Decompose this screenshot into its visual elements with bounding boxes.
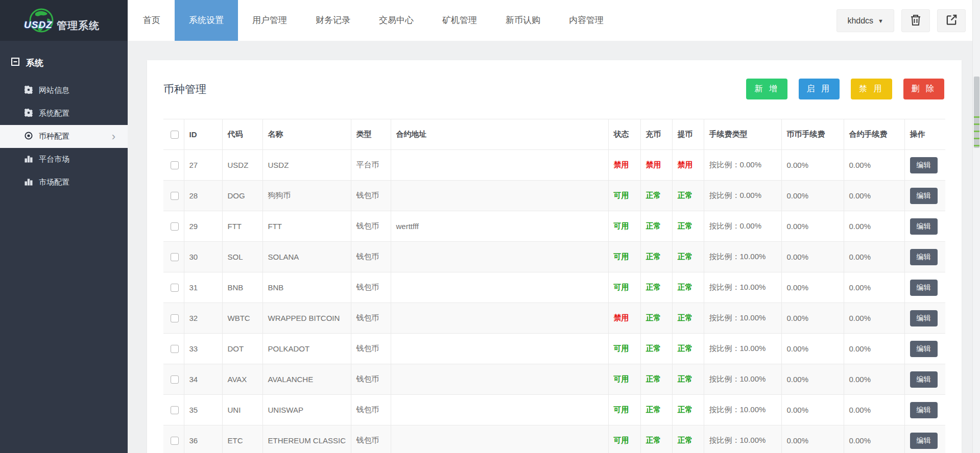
edit-button[interactable]: 编辑 — [910, 280, 938, 296]
sidebar-item[interactable]: 币种配置 › — [0, 125, 128, 148]
cell-name: USDZ — [262, 150, 351, 181]
sidebar-item[interactable]: 系统配置 — [0, 102, 128, 125]
edit-button[interactable]: 编辑 — [910, 341, 938, 357]
cell-type: 钱包币 — [351, 242, 391, 272]
cell-coin-fee: 0.00% — [781, 242, 844, 272]
cell-contract — [391, 150, 608, 181]
sidebar-item-label: 系统配置 — [39, 109, 69, 118]
nav-tab[interactable]: 系统设置 — [175, 0, 238, 41]
user-menu-button[interactable]: khddcs ▼ — [836, 9, 894, 32]
action-button[interactable]: 启 用 — [799, 79, 840, 99]
col-id: ID — [184, 119, 222, 150]
cell-coin-fee: 0.00% — [781, 150, 844, 181]
cell-deposit: 正常 — [640, 425, 672, 453]
table-row: 28 DOG 狗狗币 钱包币 可用 正常 正常 按比例：0.00% 0.00% … — [163, 181, 945, 211]
cell-withdraw: 禁用 — [672, 150, 704, 181]
cell-code: AVAX — [222, 364, 262, 395]
nav-tab[interactable]: 首页 — [129, 0, 175, 41]
edit-button[interactable]: 编辑 — [910, 402, 938, 418]
cell-fee-type: 按比例：10.00% — [704, 303, 781, 334]
cell-withdraw: 正常 — [672, 334, 704, 364]
cell-id: 35 — [184, 395, 222, 425]
cell-id: 34 — [184, 364, 222, 395]
cell-type: 钱包币 — [351, 425, 391, 453]
nav-tab[interactable]: 交易中心 — [365, 0, 428, 41]
cell-type: 钱包币 — [351, 364, 391, 395]
clear-cache-button[interactable] — [901, 9, 930, 32]
cell-type: 钱包币 — [351, 181, 391, 211]
row-checkbox[interactable] — [171, 192, 179, 200]
cell-code: BNB — [222, 272, 262, 303]
cell-name: BNB — [262, 272, 351, 303]
edit-button[interactable]: 编辑 — [910, 188, 938, 204]
cell-deposit: 正常 — [640, 272, 672, 303]
cell-coin-fee: 0.00% — [781, 211, 844, 242]
nav-tab[interactable]: 新币认购 — [491, 0, 555, 41]
main-content: 币种管理 新 增 启 用 禁 用 删 除 ID 代码 名称 — [128, 41, 980, 453]
logout-icon — [946, 14, 958, 28]
select-all-checkbox[interactable] — [171, 131, 179, 139]
action-button[interactable]: 新 增 — [746, 79, 787, 99]
edit-button[interactable]: 编辑 — [910, 218, 938, 235]
edit-button[interactable]: 编辑 — [910, 249, 938, 265]
action-button[interactable]: 禁 用 — [851, 79, 892, 99]
cell-type: 平台币 — [351, 150, 391, 181]
table-row: 36 ETC ETHEREUM CLASSIC 钱包币 可用 正常 正常 按比例… — [163, 425, 945, 453]
nav-tab[interactable]: 内容管理 — [555, 0, 618, 41]
cell-contract-fee: 0.00% — [844, 272, 904, 303]
table-body: 27 USDZ USDZ 平台币 禁用 禁用 禁用 按比例：0.00% 0.00… — [163, 150, 945, 453]
cell-contract-fee: 0.00% — [844, 334, 904, 364]
row-checkbox[interactable] — [171, 284, 179, 292]
sidebar-item[interactable]: 平台市场 — [0, 148, 128, 171]
row-checkbox[interactable] — [171, 406, 179, 414]
cell-id: 31 — [184, 272, 222, 303]
row-checkbox[interactable] — [171, 345, 179, 353]
window-scrollbar[interactable] — [972, 0, 980, 453]
nav-tab[interactable]: 矿机管理 — [428, 0, 491, 41]
cell-type: 钱包币 — [351, 334, 391, 364]
sidebar-item[interactable]: 市场配置 — [0, 171, 128, 194]
cell-code: SOL — [222, 242, 262, 272]
cell-withdraw: 正常 — [672, 181, 704, 211]
cell-withdraw: 正常 — [672, 211, 704, 242]
edit-button[interactable]: 编辑 — [910, 433, 938, 449]
logo: USDZ 管理系统 — [0, 0, 128, 41]
sidebar-item[interactable]: 网站信息 — [0, 79, 128, 102]
row-checkbox[interactable] — [171, 314, 179, 322]
cell-deposit: 正常 — [640, 303, 672, 334]
col-deposit: 充币 — [640, 119, 672, 150]
row-checkbox[interactable] — [171, 437, 179, 445]
action-buttons: 新 增 启 用 禁 用 删 除 — [746, 79, 944, 99]
sidebar-section-system[interactable]: 系统 — [0, 41, 128, 74]
cell-name: POLKADOT — [262, 334, 351, 364]
edit-button[interactable]: 编辑 — [910, 157, 938, 173]
col-op: 操作 — [904, 119, 945, 150]
logout-button[interactable] — [937, 9, 966, 32]
cell-contract — [391, 242, 608, 272]
chevron-down-icon: ▼ — [878, 18, 883, 24]
scrollbar-find-mark — [974, 131, 979, 132]
cell-coin-fee: 0.00% — [781, 395, 844, 425]
row-checkbox[interactable] — [171, 161, 179, 169]
cell-name: FTT — [262, 211, 351, 242]
cell-deposit: 正常 — [640, 211, 672, 242]
nav-tab[interactable]: 财务记录 — [301, 0, 365, 41]
table-row: 33 DOT POLKADOT 钱包币 可用 正常 正常 按比例：10.00% … — [163, 334, 945, 364]
row-checkbox[interactable] — [171, 222, 179, 231]
scrollbar-find-mark — [974, 145, 979, 146]
cell-id: 33 — [184, 334, 222, 364]
row-checkbox[interactable] — [171, 375, 179, 384]
edit-button[interactable]: 编辑 — [910, 310, 938, 326]
cell-code: ETC — [222, 425, 262, 453]
cell-fee-type: 按比例：10.00% — [704, 334, 781, 364]
nav-tab[interactable]: 用户管理 — [238, 0, 301, 41]
col-name: 名称 — [262, 119, 351, 150]
chevron-right-icon: › — [112, 131, 115, 142]
scrollbar-thumb[interactable] — [974, 77, 979, 148]
cell-id: 29 — [184, 211, 222, 242]
row-checkbox[interactable] — [171, 253, 179, 261]
cell-contract: werttfff — [391, 211, 608, 242]
edit-button[interactable]: 编辑 — [910, 371, 938, 388]
action-button[interactable]: 删 除 — [903, 79, 944, 99]
cell-contract-fee: 0.00% — [844, 150, 904, 181]
